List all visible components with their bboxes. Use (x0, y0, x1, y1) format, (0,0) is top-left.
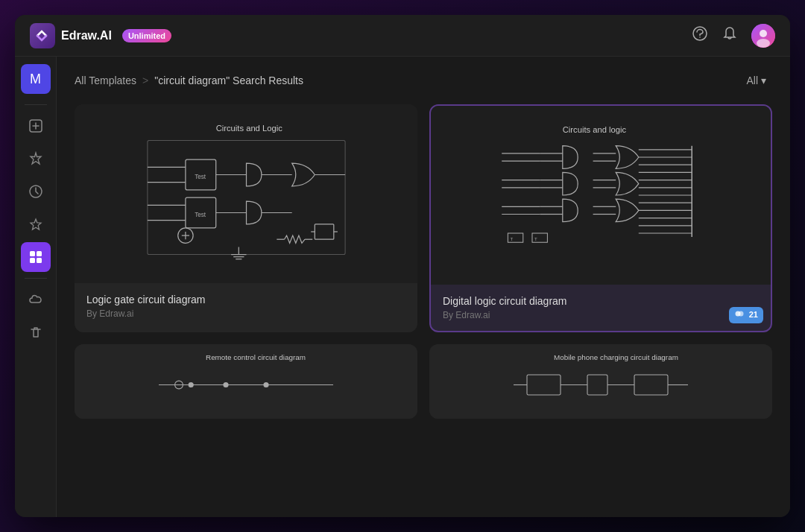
sidebar-item-cloud[interactable] (21, 285, 51, 314)
sidebar-item-ai[interactable] (21, 144, 51, 174)
body: M (15, 57, 790, 517)
templates-grid: Circuits and Logic Test (75, 104, 772, 419)
svg-point-3 (760, 30, 767, 37)
template-card-logic-gate[interactable]: Circuits and Logic Test (75, 104, 417, 332)
app-window: Edraw.AI Unlimited (15, 15, 790, 517)
svg-point-4 (757, 39, 770, 48)
unlimited-badge: Unlimited (122, 29, 171, 42)
filter-button[interactable]: All ▾ (740, 72, 772, 89)
template-author-logic-gate: By Edraw.ai (86, 308, 405, 319)
svg-text:Test: Test (195, 212, 206, 218)
template-info-digital-logic: Digital logic circuit diagram By Edraw.a… (431, 285, 771, 331)
svg-text:Mobile phone charging circuit : Mobile phone charging circuit diagram (554, 353, 678, 361)
notification-icon[interactable] (722, 25, 738, 45)
template-card-remote-control[interactable]: Remote control circuit diagram (75, 344, 417, 419)
template-card-digital-logic[interactable]: Circuits and logic (429, 104, 772, 332)
template-preview-logic-gate: Circuits and Logic Test (75, 104, 417, 283)
svg-rect-8 (37, 251, 42, 256)
template-preview-remote-control: Remote control circuit diagram (75, 344, 417, 419)
svg-rect-86 (527, 375, 561, 395)
svg-rect-35 (315, 224, 334, 239)
sidebar-item-new[interactable] (21, 111, 51, 141)
sidebar-item-templates[interactable] (21, 242, 51, 272)
breadcrumb-current: "circuit diagram" Search Results (154, 75, 303, 86)
template-preview-digital-logic: Circuits and logic (431, 106, 771, 285)
svg-rect-7 (30, 251, 35, 256)
main-content: All Templates > "circuit diagram" Search… (57, 57, 790, 517)
template-badge-digital-logic: 21 (729, 307, 763, 323)
logo-area: Edraw.AI Unlimited (30, 23, 171, 48)
logo-icon (30, 23, 55, 48)
template-author-digital-logic: By Edraw.ai (443, 310, 759, 320)
svg-text:Circuits and Logic: Circuits and Logic (215, 124, 282, 133)
svg-text:T: T (511, 236, 514, 241)
header: Edraw.AI Unlimited (15, 15, 790, 57)
sidebar-item-user[interactable]: M (21, 64, 51, 94)
svg-rect-10 (37, 258, 42, 263)
sidebar-item-trash[interactable] (21, 317, 51, 347)
template-preview-mobile-charging: Mobile phone charging circuit diagram (429, 344, 772, 419)
template-card-mobile-charging[interactable]: Mobile phone charging circuit diagram (429, 344, 772, 419)
breadcrumb-separator: > (142, 75, 148, 86)
svg-point-81 (223, 382, 228, 387)
filter-label: All (746, 75, 758, 86)
svg-point-79 (189, 382, 194, 387)
svg-rect-89 (587, 375, 607, 395)
svg-point-0 (693, 27, 707, 40)
svg-text:T: T (534, 236, 537, 241)
template-info-logic-gate: Logic gate circuit diagram By Edraw.ai (75, 283, 417, 329)
filter-chevron: ▾ (761, 75, 766, 86)
sidebar-item-starred[interactable] (21, 209, 51, 239)
avatar[interactable] (751, 24, 775, 48)
support-icon[interactable] (692, 25, 708, 45)
badge-count: 21 (749, 310, 758, 319)
breadcrumb: All Templates > "circuit diagram" Search… (75, 72, 772, 89)
sidebar: M (15, 57, 57, 517)
sidebar-divider-2 (25, 278, 47, 279)
svg-point-1 (699, 37, 701, 38)
svg-point-75 (738, 311, 743, 317)
template-title-digital-logic: Digital logic circuit diagram (443, 295, 759, 307)
header-icons (692, 24, 775, 48)
logo-text: Edraw.AI (61, 29, 112, 42)
svg-rect-91 (634, 375, 668, 395)
svg-point-83 (263, 382, 268, 387)
svg-text:Circuits and logic: Circuits and logic (563, 125, 627, 134)
svg-rect-9 (30, 258, 35, 263)
svg-text:Remote control circuit diagram: Remote control circuit diagram (206, 353, 306, 361)
sidebar-divider-1 (25, 104, 47, 105)
svg-rect-12 (147, 141, 344, 255)
svg-text:Test: Test (195, 174, 206, 180)
breadcrumb-all-templates[interactable]: All Templates (75, 75, 136, 86)
template-title-logic-gate: Logic gate circuit diagram (86, 294, 405, 305)
sidebar-item-recent[interactable] (21, 177, 51, 206)
